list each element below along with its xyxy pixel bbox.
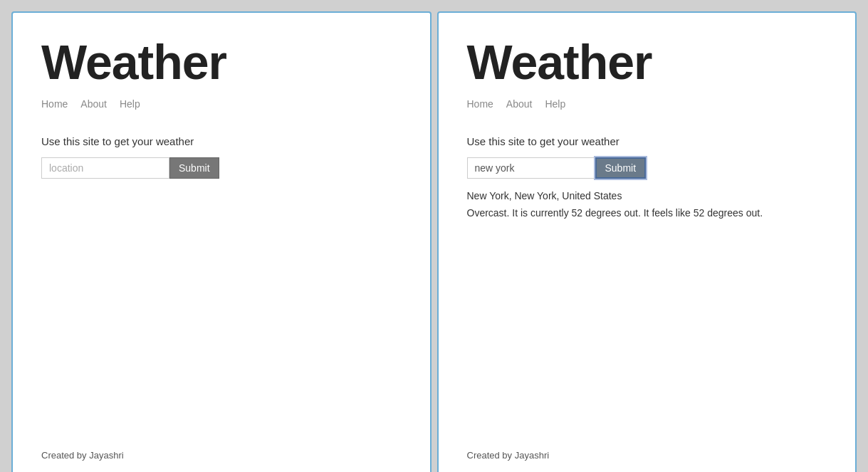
nav-help-right[interactable]: Help bbox=[545, 98, 565, 110]
app-title-right: Weather bbox=[467, 34, 827, 90]
nav-home-right[interactable]: Home bbox=[467, 98, 493, 110]
tagline-left: Use this site to get your weather bbox=[41, 135, 402, 147]
footer-right: Created by Jayashri bbox=[467, 436, 827, 461]
nav-bar-left: Home About Help bbox=[41, 98, 402, 110]
search-row-left: Submit bbox=[41, 157, 402, 179]
location-input-left[interactable] bbox=[41, 157, 169, 179]
result-weather: Overcast. It is currently 52 degrees out… bbox=[467, 207, 827, 219]
footer-left: Created by Jayashri bbox=[41, 436, 402, 461]
nav-bar-right: Home About Help bbox=[467, 98, 827, 110]
nav-about-right[interactable]: About bbox=[506, 98, 533, 110]
nav-help-left[interactable]: Help bbox=[120, 98, 140, 110]
screen-container: Weather Home About Help Use this site to… bbox=[11, 11, 857, 472]
result-location: New York, New York, United States bbox=[467, 190, 827, 201]
search-row-right: Submit bbox=[467, 157, 827, 179]
app-title-left: Weather bbox=[41, 34, 402, 90]
nav-about-left[interactable]: About bbox=[80, 98, 107, 110]
tagline-right: Use this site to get your weather bbox=[467, 135, 827, 147]
panel-right: Weather Home About Help Use this site to… bbox=[437, 11, 857, 472]
submit-button-left[interactable]: Submit bbox=[169, 157, 219, 179]
submit-button-right[interactable]: Submit bbox=[595, 157, 647, 179]
nav-home-left[interactable]: Home bbox=[41, 98, 68, 110]
location-input-right[interactable] bbox=[467, 157, 595, 179]
panel-left: Weather Home About Help Use this site to… bbox=[11, 11, 432, 472]
